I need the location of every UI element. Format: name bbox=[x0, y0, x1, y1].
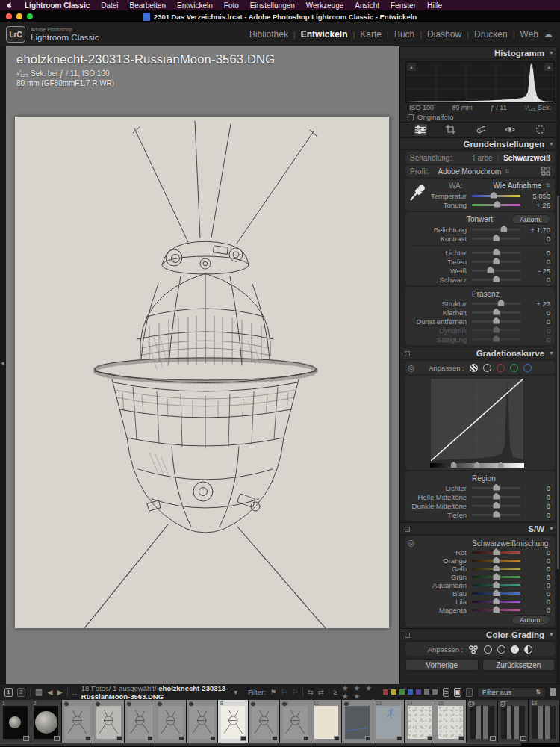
slider-track[interactable] bbox=[472, 505, 520, 507]
healing-tool-icon[interactable] bbox=[473, 124, 487, 136]
module-diashow[interactable]: Diashow bbox=[427, 29, 461, 40]
reset-button[interactable]: Zurücksetzen bbox=[482, 659, 556, 671]
slider-thumb[interactable] bbox=[493, 493, 500, 500]
slider-thumb[interactable] bbox=[493, 548, 500, 555]
filmstrip-scrollbar[interactable] bbox=[0, 743, 560, 747]
menu-hilfe[interactable]: Hilfe bbox=[427, 1, 442, 10]
slider-dunst-entfernen[interactable]: Dunst entfernen0 bbox=[410, 317, 550, 326]
histogram-chart[interactable]: ▲ ▲ bbox=[405, 61, 555, 103]
traffic-lights[interactable] bbox=[6, 13, 33, 19]
slider-aquamarin[interactable]: Aquamarin0 bbox=[410, 581, 550, 589]
slider-temperatur[interactable]: Temperatur5.050 bbox=[410, 191, 550, 200]
redeye-tool-icon[interactable] bbox=[503, 124, 517, 136]
red-channel-icon[interactable] bbox=[497, 364, 505, 372]
menu-einstellungen[interactable]: Einstellungen bbox=[250, 1, 295, 10]
filmstrip-source-button[interactable]: ▣ bbox=[454, 688, 461, 697]
curve-split-thumb[interactable] bbox=[474, 462, 480, 468]
slider-track[interactable] bbox=[472, 551, 520, 554]
curve-split-thumb[interactable] bbox=[451, 462, 457, 468]
thumb-image[interactable] bbox=[470, 706, 494, 739]
slider-blau[interactable]: Blau0 bbox=[410, 589, 550, 598]
slider-track[interactable] bbox=[472, 601, 520, 603]
profile-browser-icon[interactable] bbox=[541, 167, 550, 176]
parametric-curve-icon[interactable] bbox=[470, 364, 478, 372]
menu-bearbeiten[interactable]: Bearbeiten bbox=[130, 1, 166, 10]
left-panel-arrow-icon[interactable]: ◀ bbox=[1, 360, 4, 365]
slider-thumb[interactable] bbox=[493, 573, 500, 580]
wb-value[interactable]: Wie Aufnahme bbox=[493, 182, 541, 190]
tone-auto-button[interactable]: Autom. bbox=[511, 214, 550, 224]
wb-eyedropper-icon[interactable] bbox=[408, 183, 425, 202]
slider-track[interactable] bbox=[472, 238, 520, 240]
treatment-color-option[interactable]: Farbe bbox=[473, 154, 492, 162]
panel-toggle-icon[interactable] bbox=[405, 633, 410, 638]
bw-panel-header[interactable]: S/W▼ bbox=[400, 522, 560, 535]
module-drucken[interactable]: Drucken bbox=[474, 29, 508, 40]
slider-track[interactable] bbox=[472, 229, 520, 231]
slider-gr-n[interactable]: Grün0 bbox=[410, 573, 550, 581]
slider-track[interactable] bbox=[472, 584, 520, 586]
menu-datei[interactable]: Datei bbox=[101, 1, 118, 10]
slider-dunkle-mittelt-ne[interactable]: Dunkle Mitteltöne0 bbox=[410, 501, 550, 510]
point-curve-icon[interactable] bbox=[483, 364, 491, 372]
green-channel-icon[interactable] bbox=[510, 364, 518, 372]
scrollbar-thumb[interactable] bbox=[557, 196, 559, 569]
rating-ge[interactable]: ≥ bbox=[334, 688, 337, 696]
treatment-bw-option[interactable]: Schwarzweiß bbox=[503, 154, 550, 162]
slider-track[interactable] bbox=[472, 338, 520, 341]
slider-track[interactable] bbox=[472, 311, 520, 314]
color-label-chip[interactable] bbox=[432, 689, 438, 695]
previous-button[interactable]: Vorherige bbox=[405, 659, 479, 671]
slider-tiefen[interactable]: Tiefen0 bbox=[410, 510, 550, 519]
filmstrip-thumb-10[interactable]: 10 bbox=[280, 700, 311, 743]
slider-magenta[interactable]: Magenta0 bbox=[410, 606, 550, 614]
filmstrip-thumb-7[interactable]: 7 bbox=[187, 700, 218, 743]
profile-row[interactable]: Profil: Adobe Monochrom ⇅ bbox=[405, 165, 555, 177]
filmstrip-scrollbar-thumb[interactable] bbox=[0, 743, 521, 746]
slider-rot[interactable]: Rot0 bbox=[410, 548, 550, 557]
flag-unflagged-icon[interactable]: ⚐ bbox=[281, 688, 287, 696]
slider-track[interactable] bbox=[472, 252, 520, 254]
filmstrip-thumb-1[interactable]: 1 bbox=[0, 700, 31, 743]
slider-track[interactable] bbox=[472, 609, 520, 611]
tone-curve-header[interactable]: Gradationskurve▼ bbox=[400, 347, 560, 359]
menu-foto[interactable]: Foto bbox=[224, 1, 239, 10]
slider-track[interactable] bbox=[472, 204, 520, 206]
slider-thumb[interactable] bbox=[493, 511, 500, 518]
slider-thumb[interactable] bbox=[498, 300, 505, 306]
filmstrip-source-button[interactable]: ▫ bbox=[466, 688, 473, 697]
menu-werkzeuge[interactable]: Werkzeuge bbox=[306, 1, 343, 10]
filmstrip-thumb-11[interactable]: 11 bbox=[311, 700, 343, 743]
module-buch[interactable]: Buch bbox=[394, 29, 414, 40]
original-photo-row[interactable]: Originalfoto bbox=[400, 112, 560, 122]
slider-track[interactable] bbox=[472, 592, 520, 595]
shadows-wheel-icon[interactable] bbox=[484, 645, 492, 654]
basic-panel-header[interactable]: Grundeinstellungen▼ bbox=[400, 137, 560, 150]
panel-toggle-icon[interactable] bbox=[405, 527, 410, 532]
slider-track[interactable] bbox=[472, 487, 520, 489]
color-label-chip[interactable] bbox=[407, 689, 414, 695]
slider-lila[interactable]: Lila0 bbox=[410, 598, 550, 606]
color-label-chip[interactable] bbox=[391, 689, 397, 695]
slider-lichter[interactable]: Lichter0 bbox=[410, 248, 550, 257]
slider-thumb[interactable] bbox=[500, 226, 507, 232]
filmstrip-thumb-4[interactable]: 4 bbox=[93, 700, 125, 743]
next-photo-icon[interactable]: ▶ bbox=[57, 688, 62, 696]
edit-filter-off-icon[interactable]: ⇄ bbox=[318, 688, 324, 696]
flag-pick-icon[interactable]: ⚑ bbox=[270, 688, 277, 696]
slider-kontrast[interactable]: Kontrast0 bbox=[410, 234, 550, 243]
slider-track[interactable] bbox=[472, 496, 520, 498]
blue-channel-icon[interactable] bbox=[523, 364, 532, 372]
slider-track[interactable] bbox=[472, 320, 520, 323]
color-label-chip[interactable] bbox=[399, 689, 405, 695]
thumb-image[interactable] bbox=[283, 706, 308, 739]
curve-gradient-strip[interactable] bbox=[430, 463, 524, 468]
slider-helle-mittelt-ne[interactable]: Helle Mitteltöne0 bbox=[410, 492, 550, 501]
slider-track[interactable] bbox=[472, 261, 520, 263]
slider-gelb[interactable]: Gelb0 bbox=[410, 565, 550, 573]
thumb-image[interactable] bbox=[34, 706, 59, 739]
slider-thumb[interactable] bbox=[493, 557, 500, 563]
shadow-clipping-indicator[interactable]: ▲ bbox=[407, 63, 416, 71]
panel-toggle-icon[interactable] bbox=[405, 351, 410, 356]
grid-view-icon[interactable]: ▦ bbox=[35, 687, 43, 697]
